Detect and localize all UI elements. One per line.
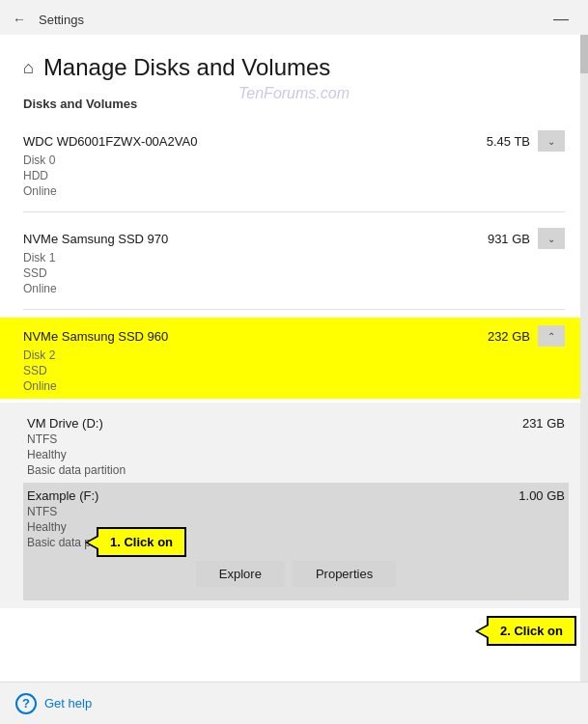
minimize-button[interactable]: — [546, 11, 576, 28]
disk-1-sub2: SSD [23, 266, 565, 280]
volume-row-0: VM Drive (D:) 231 GB [27, 416, 565, 431]
divider-1 [23, 309, 565, 310]
disk-2-size-row: 232 GB ⌃ [488, 325, 565, 347]
volume-1-name: Example (F:) [27, 488, 98, 503]
main-content: ⌂ Manage Disks and Volumes Disks and Vol… [0, 35, 588, 682]
disk-0-name: WDC WD6001FZWX-00A2VA0 [23, 134, 197, 149]
volume-0-size: 231 GB [522, 416, 565, 431]
disk-row-1: NVMe Samsung SSD 970 931 GB ⌄ [23, 228, 565, 249]
bottom-bar: ? Get help [0, 682, 588, 724]
properties-button[interactable]: Properties [293, 561, 396, 587]
volume-section: VM Drive (D:) 231 GB NTFS Healthy Basic … [0, 403, 588, 608]
disk-1-size-row: 931 GB ⌄ [488, 228, 565, 249]
scrollbar[interactable] [580, 35, 588, 682]
back-button[interactable]: ← [8, 8, 31, 31]
page-title: Manage Disks and Volumes [43, 54, 331, 81]
help-link[interactable]: Get help [44, 696, 92, 710]
disk-1-name: NVMe Samsung SSD 970 [23, 232, 168, 246]
help-icon: ? [15, 693, 37, 714]
disk-1-sub3: Online [23, 282, 565, 295]
title-bar-left: ← Settings [8, 8, 84, 31]
disk-item-0: WDC WD6001FZWX-00A2VA0 5.45 TB ⌄ Disk 0 … [23, 123, 565, 204]
disk-0-sub3: Online [23, 184, 565, 198]
explore-button[interactable]: Explore [196, 561, 285, 587]
disk-0-sub2: HDD [23, 169, 565, 182]
disk-0-size: 5.45 TB [487, 134, 530, 149]
section-title: Disks and Volumes [23, 97, 565, 111]
disk-1-size: 931 GB [488, 232, 530, 246]
volume-0-partition: Basic data partition [27, 463, 565, 477]
volume-0-name: VM Drive (D:) [27, 416, 103, 431]
annotation-callout-1: 1. Click on [97, 527, 186, 557]
scrollbar-thumb[interactable] [580, 35, 588, 73]
disk-2-name: NVMe Samsung SSD 960 [23, 329, 168, 344]
volume-1-fs: NTFS [27, 505, 565, 518]
disk-1-expand-button[interactable]: ⌄ [538, 228, 565, 249]
disk-row-2: NVMe Samsung SSD 960 232 GB ⌃ [23, 325, 565, 347]
disk-0-expand-button[interactable]: ⌄ [538, 130, 565, 152]
disk-2-sub1: Disk 2 [23, 348, 565, 362]
disk-2-sub3: Online [23, 379, 565, 393]
volume-0-health: Healthy [27, 448, 565, 461]
title-bar-title: Settings [39, 13, 84, 27]
disk-2-sub2: SSD [23, 364, 565, 377]
disk-row-0: WDC WD6001FZWX-00A2VA0 5.45 TB ⌄ [23, 130, 565, 152]
annotation-callout-2: 2. Click on [487, 616, 576, 646]
page-header: ⌂ Manage Disks and Volumes [23, 42, 565, 97]
disk-2-expand-button[interactable]: ⌃ [538, 325, 565, 347]
disk-2-size: 232 GB [488, 329, 530, 344]
disk-0-sub1: Disk 0 [23, 153, 565, 167]
disk-item-1: NVMe Samsung SSD 970 931 GB ⌄ Disk 1 SSD… [23, 220, 565, 301]
title-bar: ← Settings — [0, 0, 588, 35]
volume-item-0[interactable]: VM Drive (D:) 231 GB NTFS Healthy Basic … [27, 410, 565, 483]
disk-1-sub1: Disk 1 [23, 251, 565, 265]
volume-row-1: Example (F:) 1.00 GB [27, 488, 565, 503]
volume-0-fs: NTFS [27, 432, 565, 446]
home-icon: ⌂ [23, 58, 34, 78]
disk-0-size-row: 5.45 TB ⌄ [487, 130, 565, 152]
disk-item-2: NVMe Samsung SSD 960 232 GB ⌃ Disk 2 SSD… [0, 318, 588, 399]
volume-1-size: 1.00 GB [518, 488, 565, 503]
divider-0 [23, 211, 565, 212]
